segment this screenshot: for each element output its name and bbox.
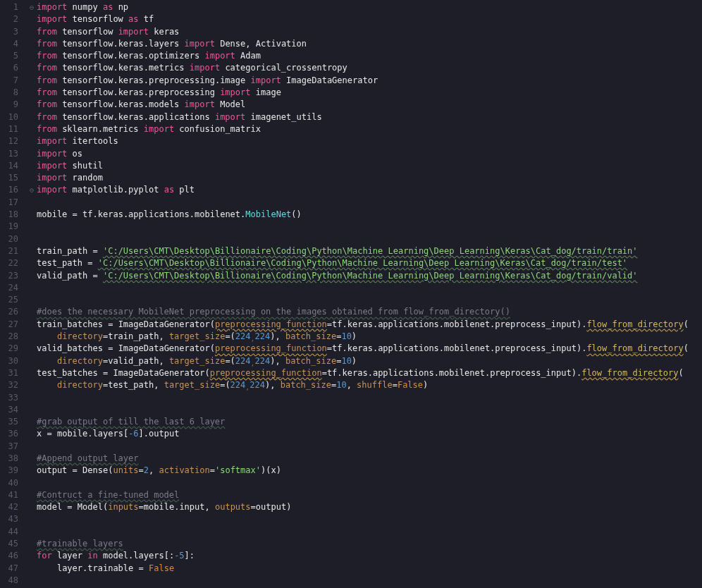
fold-marker [27,428,37,440]
code-line[interactable]: #Contruct a fine-tuned model [37,489,702,501]
code-line[interactable] [37,282,702,294]
fold-marker[interactable]: ⊖ [27,184,37,196]
code-line[interactable]: model = Model(inputs=mobile.input, outpu… [37,501,702,513]
line-number: 8 [0,87,18,99]
code-line[interactable]: train_path = 'C:/Users\CMT\Desktop\Billi… [37,245,702,257]
line-number: 9 [0,99,18,111]
code-line[interactable]: output = Dense(units=2, activation='soft… [37,465,702,477]
code-line[interactable] [37,404,702,416]
code-line[interactable]: from tensorflow.keras.layers import Dens… [37,38,702,50]
fold-marker [27,550,37,562]
code-line[interactable]: import os [37,148,702,160]
code-line[interactable]: from tensorflow.keras.preprocessing.imag… [37,75,702,87]
line-number: 46 [0,550,18,562]
code-line[interactable] [37,392,702,404]
fold-marker [27,197,37,209]
line-number: 43 [0,513,18,525]
line-number: 29 [0,343,18,355]
fold-marker [27,306,37,318]
code-line[interactable] [37,233,702,245]
line-number-gutter: 1234567891011121314151617181920212223242… [0,0,27,588]
fold-marker [27,172,37,184]
code-line[interactable]: train_batches = ImageDataGenerator(prepr… [37,319,702,331]
code-line[interactable]: import tensorflow as tf [37,13,702,25]
fold-marker [27,13,37,25]
code-line[interactable]: #Append output layer [37,453,702,465]
code-editor[interactable]: 1234567891011121314151617181920212223242… [0,0,702,588]
line-number: 39 [0,465,18,477]
line-number: 38 [0,453,18,465]
code-area[interactable]: import numpy as npimport tensorflow as t… [37,0,702,588]
code-line[interactable]: directory=valid_path, target_size=(224,2… [37,355,702,367]
code-line[interactable]: valid_path = 'C:/Users\CMT\Desktop\Billi… [37,270,702,282]
fold-marker [27,379,37,391]
code-line[interactable]: x = mobile.layers[-6].output [37,428,702,440]
code-line[interactable]: from sklearn.metrics import confusion_ma… [37,123,702,135]
code-line[interactable]: import itertools [37,135,702,147]
fold-marker[interactable]: ⊖ [27,1,37,13]
fold-marker [27,148,37,160]
fold-marker [27,282,37,294]
line-number: 15 [0,172,18,184]
fold-marker [27,257,37,269]
code-line[interactable] [37,526,702,538]
code-line[interactable]: import numpy as np [37,1,702,13]
line-number: 13 [0,148,18,160]
code-line[interactable] [37,197,702,209]
code-line[interactable]: valid_batches = ImageDataGenerator(prepr… [37,343,702,355]
code-line[interactable]: from tensorflow.keras.applications impor… [37,111,702,123]
fold-marker [27,50,37,62]
line-number: 30 [0,355,18,367]
code-line[interactable]: #grab output of till the last 6 layer [37,416,702,428]
code-line[interactable]: import shutil [37,160,702,172]
code-line[interactable]: import matplotlib.pyplot as plt [37,184,702,196]
fold-column[interactable]: ⊖⊖ [27,0,37,588]
code-line[interactable]: #does the necessary MobileNet preprocess… [37,306,702,318]
fold-marker [27,453,37,465]
line-number: 23 [0,270,18,282]
line-number: 5 [0,50,18,62]
code-line[interactable]: layer.trainable = False [37,563,702,575]
fold-marker [27,221,37,233]
fold-marker [27,160,37,172]
fold-marker [27,416,37,428]
line-number: 7 [0,75,18,87]
fold-marker [27,404,37,416]
code-line[interactable] [37,575,702,587]
fold-marker [27,294,37,306]
fold-marker [27,75,37,87]
code-line[interactable]: from tensorflow.keras.optimizers import … [37,50,702,62]
code-line[interactable]: directory=test_path, target_size=(224,22… [37,379,702,391]
code-line[interactable]: from tensorflow import keras [37,26,702,38]
fold-marker [27,465,37,477]
code-line[interactable]: for layer in model.layers[:-5]: [37,550,702,562]
fold-marker [27,501,37,513]
code-line[interactable] [37,441,702,453]
code-line[interactable]: #trainable layers [37,538,702,550]
line-number: 31 [0,367,18,379]
line-number: 32 [0,379,18,391]
code-line[interactable] [37,294,702,306]
line-number: 48 [0,575,18,587]
code-line[interactable] [37,221,702,233]
line-number: 4 [0,38,18,50]
code-line[interactable]: test_batches = ImageDataGenerator(prepro… [37,367,702,379]
code-line[interactable]: test_path = 'C:/Users\CMT\Desktop\Billio… [37,257,702,269]
line-number: 33 [0,392,18,404]
fold-marker [27,38,37,50]
fold-marker [27,99,37,111]
fold-marker [27,355,37,367]
code-line[interactable]: from tensorflow.keras.models import Mode… [37,99,702,111]
fold-marker [27,135,37,147]
code-line[interactable]: directory=train_path, target_size=(224,2… [37,331,702,343]
code-line[interactable] [37,477,702,489]
code-line[interactable]: import random [37,172,702,184]
code-line[interactable]: mobile = tf.keras.applications.mobilenet… [37,209,702,221]
code-line[interactable]: from tensorflow.keras.preprocessing impo… [37,87,702,99]
line-number: 12 [0,135,18,147]
fold-marker [27,392,37,404]
code-line[interactable]: from tensorflow.keras.metrics import cat… [37,62,702,74]
fold-marker [27,270,37,282]
code-line[interactable] [37,513,702,525]
fold-marker [27,245,37,257]
